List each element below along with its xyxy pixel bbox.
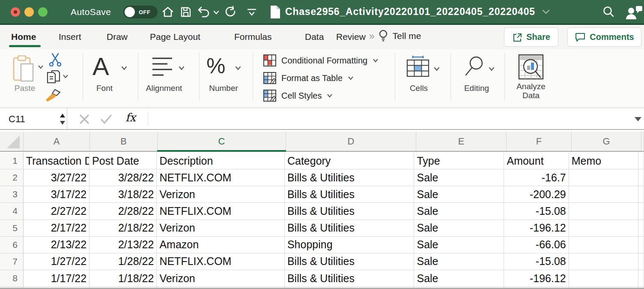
conditional-formatting-button[interactable]: Conditional Formatting (263, 54, 379, 66)
select-all-corner[interactable] (0, 132, 24, 151)
cell[interactable] (569, 237, 638, 253)
column-header-B[interactable]: B (90, 132, 158, 151)
name-box-value[interactable]: C11 (9, 114, 25, 125)
tab-home[interactable]: Home (11, 32, 36, 42)
cell[interactable]: Verizon (157, 186, 285, 203)
fullscreen-button[interactable] (38, 7, 48, 17)
cell[interactable]: 2/27/22 (24, 203, 89, 220)
cell[interactable]: Bills & Utilities (285, 270, 414, 287)
tab-data[interactable]: Data (305, 32, 324, 42)
cell[interactable]: Transaction Date (24, 153, 89, 169)
formula-bar-expand-icon[interactable] (634, 116, 642, 122)
cell[interactable]: Sale (414, 253, 504, 270)
cell[interactable]: NETFLIX.COM (157, 203, 285, 220)
cell[interactable]: Bills & Utilities (285, 186, 414, 203)
cell[interactable]: 2/13/22 (24, 237, 89, 253)
cell[interactable]: Bills & Utilities (285, 253, 414, 270)
cell[interactable]: Description (157, 153, 285, 169)
cells-dropdown-chevron[interactable] (433, 66, 440, 71)
cell[interactable]: Sale (414, 186, 504, 203)
row-header-6[interactable]: 6 (0, 237, 24, 253)
cell[interactable]: 3/17/22 (24, 186, 89, 203)
cell[interactable]: Shopping (285, 237, 414, 253)
tab-review[interactable]: Review (336, 32, 366, 42)
cell[interactable]: NETFLIX.COM (157, 253, 285, 270)
cell[interactable]: 1/27/22 (24, 253, 89, 270)
font-dropdown-chevron[interactable] (121, 66, 128, 70)
paste-icon[interactable] (12, 55, 36, 83)
cell[interactable]: Verizon (157, 270, 285, 287)
close-button[interactable] (11, 7, 20, 17)
cut-icon[interactable] (47, 53, 63, 66)
font-group-label[interactable]: Font (91, 84, 118, 93)
undo-dropdown-chevron[interactable] (213, 10, 219, 15)
tab-draw[interactable]: Draw (107, 32, 128, 42)
name-box-stepper[interactable] (59, 113, 66, 126)
cell[interactable]: Bills & Utilities (285, 220, 414, 237)
cell[interactable]: Category (285, 153, 414, 169)
cell[interactable] (569, 203, 638, 220)
cell[interactable]: -66.06 (504, 237, 569, 253)
cell[interactable]: 1/17/22 (24, 270, 89, 287)
cell[interactable]: Type (414, 153, 504, 169)
row-header-3[interactable]: 3 (0, 186, 24, 203)
copy-dropdown-chevron[interactable] (63, 74, 69, 78)
column-header-E[interactable]: E (416, 132, 507, 151)
share-button[interactable]: Share (504, 27, 558, 47)
font-group-icon[interactable]: A (92, 52, 109, 81)
row-header-5[interactable]: 5 (0, 220, 24, 237)
cell-styles-button[interactable]: Cell Styles (263, 90, 333, 102)
cell[interactable]: -196.12 (504, 220, 569, 237)
cell[interactable]: Bills & Utilities (285, 169, 414, 186)
quick-access-menu-icon[interactable] (247, 9, 257, 16)
alignment-group-label[interactable]: Alignment (146, 84, 182, 93)
analyze-data-icon[interactable] (518, 54, 544, 81)
cell[interactable] (569, 270, 638, 287)
cell[interactable] (569, 220, 638, 237)
home-icon[interactable] (162, 6, 174, 18)
cell[interactable]: 2/17/22 (24, 220, 89, 237)
insert-function-icon[interactable]: fx (125, 111, 136, 124)
title-dropdown-chevron[interactable] (542, 9, 550, 15)
column-header-F[interactable]: F (507, 132, 572, 151)
format-as-table-button[interactable]: Format as Table (263, 72, 354, 84)
paste-dropdown-chevron[interactable] (38, 65, 44, 69)
cell[interactable]: 3/18/22 (89, 186, 157, 203)
name-box[interactable]: C11 (0, 108, 67, 129)
cell[interactable]: Amazon (157, 237, 285, 253)
column-header-A[interactable]: A (24, 132, 90, 151)
cell[interactable]: -16.7 (504, 169, 569, 186)
cell[interactable]: 3/28/22 (89, 169, 157, 186)
cell[interactable]: -15.08 (504, 253, 569, 270)
alignment-group-icon[interactable] (152, 57, 173, 78)
cells-group-icon[interactable] (406, 54, 430, 78)
tab-insert[interactable]: Insert (59, 32, 81, 42)
editing-dropdown-chevron[interactable] (488, 66, 495, 71)
number-dropdown-chevron[interactable] (235, 66, 242, 70)
analyze-data-label[interactable]: Analyze Data (516, 82, 546, 100)
document-title[interactable]: Chase2956_Activity20220101_20220405_2022… (285, 6, 535, 18)
cell[interactable]: Sale (414, 270, 504, 287)
row-header-7[interactable]: 7 (0, 253, 24, 270)
row-header-1[interactable]: 1 (0, 153, 24, 169)
cell[interactable]: 2/18/22 (89, 220, 157, 237)
row-header-2[interactable]: 2 (0, 169, 24, 186)
column-header-G[interactable]: G (572, 132, 641, 151)
cell[interactable]: Memo (569, 153, 638, 169)
user-account-icon[interactable] (625, 5, 643, 20)
alignment-dropdown-chevron[interactable] (178, 66, 185, 70)
cell[interactable]: Bills & Utilities (285, 203, 414, 220)
cell[interactable]: Sale (414, 169, 504, 186)
number-group-label[interactable]: Number (206, 84, 241, 93)
cells-group-label[interactable]: Cells (407, 84, 431, 93)
cell[interactable]: 3/27/22 (24, 169, 89, 186)
enter-icon[interactable] (100, 113, 113, 125)
redo-icon[interactable] (224, 6, 237, 19)
row-header-4[interactable]: 4 (0, 203, 24, 220)
save-icon[interactable] (180, 6, 192, 18)
number-group-icon[interactable]: % (206, 54, 225, 78)
cell[interactable]: 2/13/22 (89, 237, 157, 253)
copy-icon[interactable] (46, 70, 61, 85)
column-header-D[interactable]: D (286, 132, 416, 151)
tab-page-layout[interactable]: Page Layout (150, 32, 200, 42)
